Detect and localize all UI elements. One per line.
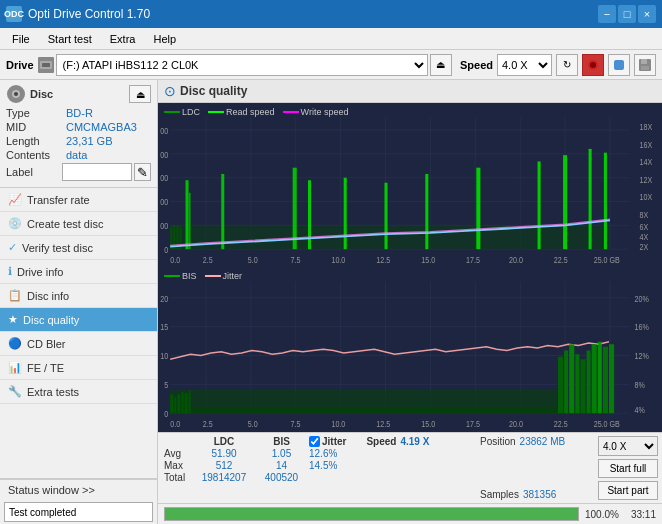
disc-label-edit-button[interactable]: ✎ [134, 163, 151, 181]
read-speed-legend-label: Read speed [226, 107, 275, 117]
legend-bis: BIS [164, 271, 197, 281]
disc-length-label: Length [6, 135, 66, 147]
disc-length-value: 23,31 GB [66, 135, 112, 147]
svg-rect-6 [641, 59, 647, 64]
svg-rect-66 [425, 174, 428, 249]
progress-bar-container: 100.0% 33:11 [158, 503, 662, 524]
disc-type-label: Type [6, 107, 66, 119]
svg-rect-120 [575, 354, 579, 413]
close-button[interactable]: × [638, 5, 656, 23]
samples-row: Samples 381356 [480, 489, 588, 500]
svg-rect-61 [221, 174, 224, 249]
disc-quality-icon: ★ [8, 313, 18, 326]
chart-header-icon: ⊙ [164, 83, 176, 99]
legend-write-speed: Write speed [283, 107, 349, 117]
ldc-legend-label: LDC [182, 107, 200, 117]
drive-bar: Drive (F:) ATAPI iHBS112 2 CL0K ⏏ Speed … [0, 50, 662, 80]
main-row: Disc ⏏ Type BD-R MID CMCMAGBA3 Length 23… [0, 80, 662, 524]
svg-text:100: 100 [160, 221, 169, 231]
create-test-disc-label: Create test disc [27, 218, 103, 230]
speed-select[interactable]: 4.0 X [497, 54, 552, 76]
svg-rect-69 [563, 155, 567, 249]
bis-column-header: BIS [254, 436, 309, 447]
sidebar-item-fe-te[interactable]: 📊 FE / TE [0, 356, 157, 380]
svg-text:12.5: 12.5 [376, 255, 390, 265]
minimize-button[interactable]: − [598, 5, 616, 23]
sidebar-item-cd-bler[interactable]: 🔵 CD Bler [0, 332, 157, 356]
disc-eject-button[interactable]: ⏏ [129, 85, 151, 103]
sidebar-item-disc-info[interactable]: 📋 Disc info [0, 284, 157, 308]
disc-info-label: Disc info [27, 290, 69, 302]
speed-refresh-button[interactable]: ↻ [556, 54, 578, 76]
sidebar-item-verify-test-disc[interactable]: ✓ Verify test disc [0, 236, 157, 260]
drive-eject-button[interactable]: ⏏ [430, 54, 452, 76]
stats-headers: LDC BIS Jitter Speed 4.19 X [164, 436, 468, 447]
transfer-rate-icon: 📈 [8, 193, 22, 206]
svg-text:5.0: 5.0 [248, 255, 258, 265]
position-row: Position 23862 MB [480, 436, 588, 447]
status-window-toggle[interactable]: Status window >> [0, 479, 157, 500]
legend-read-speed: Read speed [208, 107, 275, 117]
menu-start-test[interactable]: Start test [40, 31, 100, 47]
disc-contents-label: Contents [6, 149, 66, 161]
status-window-label: Status window >> [8, 484, 95, 496]
svg-rect-122 [587, 351, 591, 414]
max-jitter: 14.5% [309, 460, 359, 471]
svg-rect-59 [186, 180, 189, 249]
extra-tests-icon: 🔧 [8, 385, 22, 398]
svg-text:18X: 18X [640, 122, 653, 132]
read-speed-color [208, 111, 224, 113]
stats-bar: LDC BIS Jitter Speed 4.19 X Avg [158, 432, 662, 503]
progress-bar-inner [165, 508, 578, 520]
drive-action-btn1[interactable] [582, 54, 604, 76]
svg-text:12%: 12% [634, 352, 648, 362]
sidebar-item-create-test-disc[interactable]: 💿 Create test disc [0, 212, 157, 236]
sidebar-item-drive-info[interactable]: ℹ Drive info [0, 260, 157, 284]
svg-text:4X: 4X [640, 233, 649, 243]
svg-text:17.5: 17.5 [466, 419, 480, 429]
disc-mid-label: MID [6, 121, 66, 133]
svg-text:0: 0 [164, 409, 168, 419]
svg-text:25.0 GB: 25.0 GB [594, 419, 620, 429]
start-full-button[interactable]: Start full [598, 459, 658, 478]
fe-te-label: FE / TE [27, 362, 64, 374]
menu-help[interactable]: Help [145, 31, 184, 47]
drive-save-button[interactable] [634, 54, 656, 76]
menu-extra[interactable]: Extra [102, 31, 144, 47]
menu-bar: File Start test Extra Help [0, 28, 662, 50]
sidebar-item-transfer-rate[interactable]: 📈 Transfer rate [0, 188, 157, 212]
chart-title: Disc quality [180, 84, 247, 98]
drive-action-btn2[interactable] [608, 54, 630, 76]
samples-value: 381356 [523, 489, 556, 500]
sidebar: Disc ⏏ Type BD-R MID CMCMAGBA3 Length 23… [0, 80, 158, 524]
speed-label: Speed [460, 59, 493, 71]
svg-text:0.0: 0.0 [170, 419, 180, 429]
max-bis: 14 [254, 460, 309, 471]
disc-panel-icon [6, 84, 26, 104]
disc-label-input[interactable] [62, 163, 132, 181]
svg-text:7.5: 7.5 [291, 419, 301, 429]
svg-text:5.0: 5.0 [248, 419, 258, 429]
sidebar-item-disc-quality[interactable]: ★ Disc quality [0, 308, 157, 332]
sidebar-item-extra-tests[interactable]: 🔧 Extra tests [0, 380, 157, 404]
drive-select[interactable]: (F:) ATAPI iHBS112 2 CL0K [56, 54, 428, 76]
stats-values-section: LDC BIS Jitter Speed 4.19 X Avg [158, 433, 474, 503]
write-speed-color [283, 111, 299, 113]
jitter-checkbox[interactable] [309, 436, 320, 447]
svg-rect-64 [344, 178, 347, 249]
svg-text:14X: 14X [640, 158, 653, 168]
svg-rect-125 [603, 347, 608, 413]
disc-type-row: Type BD-R [6, 107, 151, 119]
maximize-button[interactable]: □ [618, 5, 636, 23]
stats-speed-select[interactable]: 4.0 X [598, 436, 658, 456]
cd-bler-label: CD Bler [27, 338, 66, 350]
charts-area: LDC Read speed Write speed [158, 103, 662, 432]
start-part-button[interactable]: Start part [598, 481, 658, 500]
menu-file[interactable]: File [4, 31, 38, 47]
status-text-area: Test completed [0, 500, 157, 524]
svg-rect-58 [170, 225, 609, 249]
disc-mid-row: MID CMCMAGBA3 [6, 121, 151, 133]
write-speed-legend-label: Write speed [301, 107, 349, 117]
svg-text:10.0: 10.0 [331, 255, 345, 265]
svg-rect-121 [580, 359, 585, 413]
